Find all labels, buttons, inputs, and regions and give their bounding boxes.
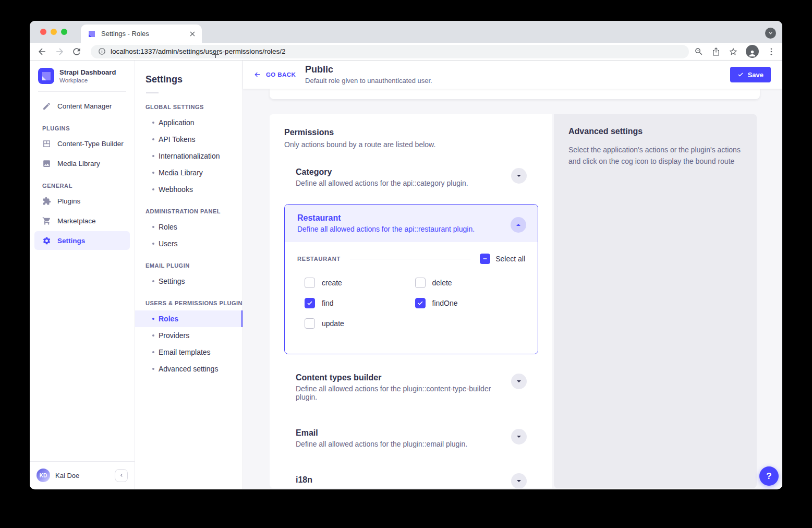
actions-grid: create delete find: [297, 278, 525, 329]
url-bar[interactable]: localhost:1337/admin/settings/users-perm…: [91, 45, 689, 58]
action-delete[interactable]: delete: [415, 278, 526, 288]
tab-title: Settings - Roles: [101, 30, 188, 38]
action-checkbox[interactable]: [415, 278, 426, 288]
action-checkbox[interactable]: [305, 298, 315, 308]
settings-item-webhooks[interactable]: Webhooks: [135, 181, 243, 198]
minimize-window-button[interactable]: [51, 29, 57, 35]
settings-section-label: GLOBAL SETTINGS: [146, 104, 243, 110]
puzzle-icon: [42, 197, 51, 206]
settings-item-admin-users[interactable]: Users: [135, 235, 243, 252]
settings-item-admin-roles[interactable]: Roles: [135, 219, 243, 235]
cart-icon: [42, 217, 51, 225]
zoom-out-icon[interactable]: [694, 47, 704, 56]
advanced-settings-title: Advanced settings: [568, 127, 742, 136]
sidebar-item-label: Settings: [57, 237, 85, 245]
settings-item-email-settings[interactable]: Settings: [135, 273, 243, 290]
action-findOne[interactable]: findOne: [415, 298, 526, 308]
brand[interactable]: Strapi Dashboard Workplace: [30, 61, 135, 90]
go-back-label: GO BACK: [266, 71, 296, 78]
sidebar-item-settings[interactable]: Settings: [34, 231, 130, 250]
gear-icon: [42, 236, 51, 245]
permissions-layout: Permissions Only actions bound by a rout…: [270, 114, 782, 488]
sidebar-footer: KD Kai Doe: [30, 461, 135, 489]
settings-item-internationalization[interactable]: Internationalization: [135, 148, 243, 164]
settings-item-api-tokens[interactable]: API Tokens: [135, 131, 243, 148]
settings-item-up-roles[interactable]: Roles: [135, 310, 243, 327]
select-all-checkbox[interactable]: [480, 254, 490, 264]
settings-item-advanced-settings[interactable]: Advanced settings: [135, 361, 243, 377]
sidebar-item-content-type-builder[interactable]: Content-Type Builder: [34, 134, 130, 153]
sidebar-item-label: Marketplace: [57, 217, 96, 225]
settings-item-label: Advanced settings: [159, 365, 218, 373]
tab-close-icon[interactable]: [188, 30, 197, 38]
accordion-name: Category: [296, 167, 502, 177]
action-update[interactable]: update: [305, 318, 415, 329]
reload-button[interactable]: [71, 46, 82, 57]
sidebar-item-content-manager[interactable]: Content Manager: [34, 97, 130, 115]
go-back-link[interactable]: GO BACK: [253, 70, 296, 79]
browser-profile-avatar[interactable]: [746, 45, 759, 58]
settings-item-application[interactable]: Application: [135, 114, 243, 131]
accordion-email[interactable]: Email Define all allowed actions for the…: [284, 428, 538, 448]
expand-accordion-button[interactable]: [511, 473, 527, 488]
save-button[interactable]: Save: [730, 67, 771, 82]
sidebar-item-marketplace[interactable]: Marketplace: [34, 211, 130, 230]
role-details-card-bottom: [270, 89, 760, 99]
select-all-label[interactable]: Select all: [495, 255, 525, 263]
expand-accordion-button[interactable]: [511, 429, 527, 445]
chevron-down-icon: [516, 378, 522, 385]
collapse-sidebar-button[interactable]: [115, 469, 128, 482]
settings-item-label: Roles: [159, 315, 178, 323]
chevron-up-icon: [515, 222, 522, 228]
advanced-settings-body: Select the application's actions or the …: [568, 145, 741, 167]
share-icon[interactable]: [711, 47, 721, 56]
accordion-category[interactable]: Category Define all allowed actions for …: [284, 167, 538, 187]
accordion-description: Define all allowed actions for the plugi…: [296, 385, 502, 401]
action-checkbox[interactable]: [305, 278, 315, 288]
zoom-window-button[interactable]: [61, 29, 67, 35]
page-title: Public: [305, 65, 432, 75]
close-window-button[interactable]: [40, 29, 46, 35]
expand-accordion-button[interactable]: [511, 374, 527, 389]
back-button[interactable]: [37, 46, 47, 57]
tab-search-button[interactable]: [765, 28, 776, 39]
settings-item-providers[interactable]: Providers: [135, 327, 243, 344]
sidebar-item-plugins[interactable]: Plugins: [34, 191, 130, 210]
help-button[interactable]: ?: [759, 466, 779, 486]
settings-item-media-library[interactable]: Media Library: [135, 164, 243, 181]
accordion-name: i18n: [296, 475, 502, 485]
sidebar-item-label: Plugins: [57, 197, 80, 205]
pencil-icon: [42, 102, 51, 111]
browser-tab[interactable]: Settings - Roles: [81, 25, 202, 43]
bookmark-star-icon[interactable]: [729, 47, 738, 56]
accordion-restaurant-header[interactable]: Restaurant Define all allowed actions fo…: [285, 205, 538, 242]
sidebar-item-media-library[interactable]: Media Library: [34, 154, 130, 173]
action-checkbox[interactable]: [305, 318, 315, 329]
accordion-i18n[interactable]: i18n: [284, 475, 538, 485]
expand-accordion-button[interactable]: [511, 168, 527, 184]
browser-menu-icon[interactable]: [767, 47, 776, 56]
chevron-left-icon: [119, 473, 124, 478]
action-label: find: [322, 299, 334, 307]
settings-section-label: USERS & PERMISSIONS PLUGIN: [146, 300, 243, 306]
settings-item-email-templates[interactable]: Email templates: [135, 344, 243, 361]
new-tab-button[interactable]: [209, 48, 222, 61]
site-info-icon[interactable]: [98, 47, 106, 55]
accordion-name: Content types builder: [296, 373, 502, 382]
sidebar-section-label: PLUGINS: [42, 125, 135, 131]
action-checkbox[interactable]: [415, 298, 426, 308]
url-text: localhost:1337/admin/settings/users-perm…: [111, 47, 285, 55]
chevron-down-icon: [516, 434, 522, 440]
accordion-restaurant: Restaurant Define all allowed actions fo…: [284, 204, 538, 354]
accordion-restaurant-body: RESTAURANT Select all: [285, 242, 538, 354]
save-button-label: Save: [748, 71, 763, 79]
layout-icon: [42, 139, 51, 148]
settings-item-label: Providers: [159, 331, 189, 340]
collapse-accordion-button[interactable]: [511, 217, 526, 233]
user-avatar[interactable]: KD: [37, 469, 50, 482]
action-find[interactable]: find: [305, 298, 415, 308]
permissions-subtitle: Only actions bound by a route are listed…: [284, 140, 537, 149]
action-create[interactable]: create: [305, 278, 415, 288]
accordion-content-types-builder[interactable]: Content types builder Define all allowed…: [284, 373, 538, 401]
action-label: create: [322, 279, 342, 287]
